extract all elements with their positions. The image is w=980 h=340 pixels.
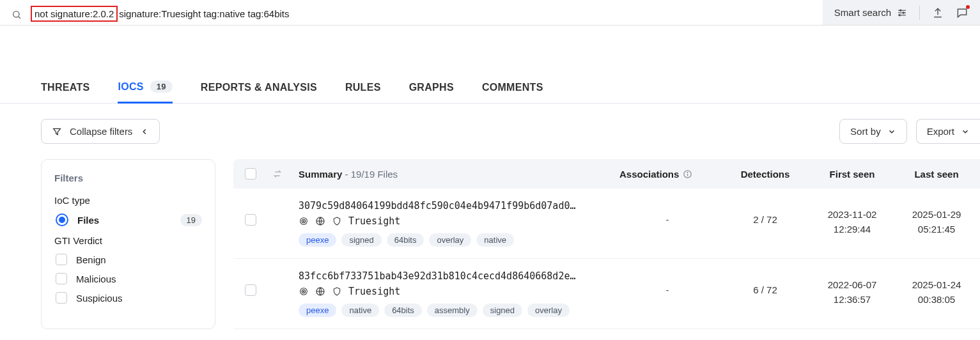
collapse-filters-button[interactable]: Collapse filters (41, 119, 160, 144)
filter-files-radio[interactable]: Files 19 (54, 213, 202, 226)
right-controls: Sort by Export (839, 119, 980, 144)
table-header: Summary - 19/19 Files Associations Detec… (233, 159, 980, 189)
tab-rules[interactable]: RULES (345, 73, 381, 102)
tab-reports-label: REPORTS & ANALYSIS (201, 82, 317, 93)
col-first-seen: First seen (815, 169, 889, 180)
filters-panel: Filters IoC type Files 19 GTI Verdict Be… (41, 159, 215, 329)
col-detections: Detections (731, 169, 800, 180)
signature-name: Truesight (348, 215, 400, 227)
content: Filters IoC type Files 19 GTI Verdict Be… (0, 159, 980, 329)
select-all-checkbox[interactable] (245, 168, 256, 180)
radio-icon (56, 213, 68, 226)
tag[interactable]: native (476, 233, 514, 247)
filter-icon (52, 127, 62, 137)
row-checkbox[interactable] (245, 214, 256, 226)
svg-point-5 (900, 10, 901, 11)
row-associations: - (619, 200, 715, 225)
ioc-type-heading: IoC type (54, 195, 202, 206)
filter-suspicious-checkbox[interactable]: Suspicious (54, 292, 202, 304)
tab-graphs[interactable]: GRAPHS (409, 73, 454, 102)
tag[interactable]: 64bits (387, 233, 424, 247)
filter-malicious-label: Malicious (76, 274, 116, 284)
tab-iocs-count: 19 (150, 81, 173, 93)
gti-verdict-heading: GTI Verdict (54, 235, 202, 246)
search-query-rest: signature:Truesight tag:native tag:64bit… (119, 8, 289, 19)
svg-point-10 (687, 172, 688, 173)
swap-icon[interactable] (272, 168, 283, 180)
tag[interactable]: signed (483, 304, 522, 317)
filter-benign-label: Benign (76, 254, 106, 265)
info-icon[interactable] (683, 169, 692, 179)
svg-point-13 (303, 220, 304, 221)
filter-files-label: Files (77, 215, 99, 226)
svg-point-7 (899, 14, 900, 15)
tag[interactable]: peexe (299, 304, 336, 317)
smart-search-label: Smart search (834, 7, 891, 18)
tabs: THREATS IOCS 19 REPORTS & ANALYSIS RULES… (0, 72, 980, 104)
tab-threats[interactable]: THREATS (41, 73, 89, 102)
chevron-down-icon (887, 127, 896, 136)
tab-graphs-label: GRAPHS (409, 82, 454, 93)
tag[interactable]: 64bits (384, 304, 422, 317)
tag-list: peexesigned64bitsoverlaynative (299, 233, 604, 247)
svg-point-6 (903, 12, 904, 13)
row-meta-icons: Truesight (299, 215, 604, 227)
tab-threats-label: THREATS (41, 82, 89, 93)
filter-malicious-checkbox[interactable]: Malicious (54, 273, 202, 284)
table-row[interactable]: 83fcc6bf733751bab43e92d31b810c4cecd4d864… (233, 259, 980, 329)
chevron-down-icon (961, 127, 970, 136)
tag[interactable]: assembly (427, 304, 478, 317)
tab-comments[interactable]: COMMENTS (482, 73, 543, 102)
controls-row: Collapse filters Sort by Export (0, 104, 980, 159)
svg-line-1 (19, 17, 20, 19)
tag[interactable]: overlay (429, 233, 471, 247)
checkbox-icon (56, 254, 67, 265)
tab-reports[interactable]: REPORTS & ANALYSIS (201, 73, 317, 102)
feedback-button[interactable] (956, 6, 968, 19)
shield-icon (332, 286, 342, 297)
file-hash[interactable]: 83fcc6bf733751bab43e92d31b810c4cecd4d864… (299, 270, 604, 282)
tab-iocs[interactable]: IOCS 19 (118, 72, 172, 104)
tab-iocs-label: IOCS (118, 81, 143, 93)
col-summary: Summary - 19/19 Files (299, 169, 604, 180)
globe-icon (315, 216, 325, 226)
filter-files-count: 19 (180, 214, 202, 226)
tag[interactable]: overlay (527, 304, 570, 317)
row-checkbox[interactable] (245, 284, 256, 296)
col-last-seen: Last seen (905, 169, 968, 180)
smart-search-button[interactable]: Smart search (834, 7, 908, 19)
svg-point-0 (13, 11, 19, 17)
upload-button[interactable] (931, 6, 944, 19)
filter-benign-checkbox[interactable]: Benign (54, 254, 202, 265)
divider (919, 6, 920, 20)
search-bar: not signature:2.0.2 signature:Truesight … (0, 0, 980, 26)
row-associations: - (619, 270, 715, 295)
chevron-left-icon (140, 127, 149, 136)
sort-by-button[interactable]: Sort by (839, 119, 907, 144)
checkbox-icon (56, 292, 67, 304)
tag[interactable]: signed (341, 233, 381, 247)
table-row[interactable]: 3079c59d84064199bdd48fc590c04e4b9471f99b… (233, 189, 980, 259)
notification-dot (966, 5, 970, 9)
upload-icon (931, 6, 944, 19)
row-first-seen: 2022-06-0712:36:57 (815, 270, 889, 307)
export-label: Export (927, 126, 954, 137)
row-summary: 83fcc6bf733751bab43e92d31b810c4cecd4d864… (299, 270, 604, 317)
row-last-seen: 2025-01-2400:38:05 (905, 270, 968, 307)
target-icon (299, 216, 309, 226)
search-icon (12, 10, 22, 20)
search-query-highlighted: not signature:2.0.2 (31, 6, 118, 22)
checkbox-icon (56, 273, 67, 284)
search-field[interactable]: not signature:2.0.2 signature:Truesight … (0, 3, 823, 22)
export-button[interactable]: Export (916, 119, 980, 144)
sliders-icon (896, 7, 908, 19)
filters-heading: Filters (54, 173, 202, 183)
signature-name: Truesight (348, 286, 400, 297)
tag[interactable]: peexe (299, 233, 336, 247)
search-actions: Smart search (823, 0, 980, 25)
target-icon (299, 286, 309, 297)
col-associations: Associations (619, 169, 715, 180)
file-hash[interactable]: 3079c59d84064199bdd48fc590c04e4b9471f99b… (299, 200, 604, 212)
tag[interactable]: native (341, 304, 379, 317)
tab-rules-label: RULES (345, 82, 381, 93)
